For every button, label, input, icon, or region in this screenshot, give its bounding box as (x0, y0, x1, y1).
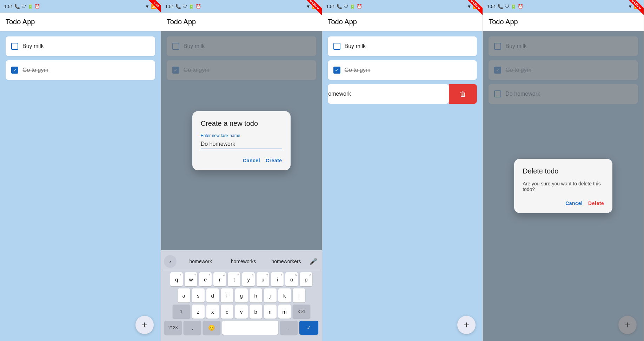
key-emoji[interactable]: 😊 (203, 321, 220, 335)
swipe-delete-bg[interactable]: 🗑 (449, 84, 477, 104)
clock-icon-3: ⏰ (357, 4, 362, 9)
key-enter[interactable]: ✓ (299, 321, 318, 335)
delete-dialog: Delete todo Are you sure you want to del… (514, 159, 612, 213)
checkbox-go-to-gym-1[interactable] (11, 67, 18, 74)
key-z[interactable]: z (192, 305, 205, 319)
battery-icon-1: 🔋 (27, 4, 33, 9)
keyboard-area: › homework homeworks homeworkers 🎤 q1 w2… (161, 250, 322, 341)
app-bar-1: Todo App (0, 13, 161, 31)
shield-icon-2: 🛡 (182, 4, 187, 9)
status-bar-left-1: 1:51 📞 🛡 🔋 ⏰ (4, 4, 40, 9)
key-space[interactable] (222, 321, 278, 335)
app-title-3: Todo App (328, 18, 357, 26)
delete-dialog-confirm-btn[interactable]: Delete (588, 199, 604, 207)
keyboard-row-3: ⇧ z x c v b n m ⌫ (162, 305, 320, 319)
checkbox-buy-milk-1[interactable] (11, 43, 18, 50)
trash-icon: 🗑 (459, 90, 466, 98)
key-x[interactable]: x (206, 305, 219, 319)
phone-icon-1: 📞 (14, 4, 20, 9)
key-q[interactable]: q1 (170, 272, 183, 286)
key-d[interactable]: d (206, 288, 219, 302)
content-3: Buy milk Go to gym 🗑 Do homework + (322, 31, 483, 341)
shield-icon-1: 🛡 (21, 4, 26, 9)
phone-icon-2: 📞 (175, 4, 181, 9)
delete-dialog-overlay: Delete todo Are you sure you want to del… (483, 31, 644, 341)
key-m[interactable]: m (278, 305, 291, 319)
todo-text-buy-milk-3: Buy milk (345, 43, 366, 49)
fab-3[interactable]: + (457, 316, 476, 334)
clock-icon-4: ⏰ (518, 4, 523, 9)
todo-item-go-to-gym-3[interactable]: Go to gym (328, 60, 477, 80)
key-f[interactable]: f (221, 288, 233, 302)
app-bar-2: Todo App (161, 13, 322, 31)
create-dialog-title: Create a new todo (201, 120, 282, 128)
panel-1: 1:51 1:51 📞 🛡 🔋 ⏰ ▼ 📶 Todo App Buy milk … (0, 0, 161, 341)
key-e[interactable]: e3 (199, 272, 212, 286)
key-h[interactable]: h (250, 288, 262, 302)
panel-2: DEBUG 1:51 📞 🛡 🔋 ⏰ ▼ 📶 Todo App Buy milk… (161, 0, 322, 341)
content-1: Buy milk Go to gym + (0, 31, 161, 341)
mic-icon[interactable]: 🎤 (308, 258, 319, 265)
status-bar-2: 1:51 📞 🛡 🔋 ⏰ ▼ 📶 (161, 0, 322, 13)
clock-icon-2: ⏰ (195, 4, 201, 9)
panel-3: DEBUG 1:51 📞 🛡 🔋 ⏰ ▼ 📶 Todo App Buy milk… (322, 0, 483, 341)
checkbox-buy-milk-3[interactable] (333, 43, 340, 50)
key-o[interactable]: o9 (285, 272, 298, 286)
key-comma[interactable]: , (184, 321, 201, 335)
swipe-container: 🗑 Do homework (328, 84, 477, 104)
suggestion-3[interactable]: homeworkers (265, 257, 308, 266)
todo-item-do-homework-3[interactable]: Do homework (328, 84, 449, 104)
key-b[interactable]: b (250, 305, 262, 319)
time-4: 1:51 (487, 4, 496, 9)
key-l[interactable]: l (293, 288, 305, 302)
todo-item-buy-milk-3[interactable]: Buy milk (328, 36, 477, 56)
create-dialog-confirm-btn[interactable]: Create (266, 156, 282, 165)
fab-1[interactable]: + (135, 316, 154, 334)
key-w[interactable]: w2 (185, 272, 197, 286)
keyboard-row-1: q1 w2 e3 r4 t5 y6 u7 i8 o9 p0 (162, 272, 320, 286)
delete-dialog-cancel-btn[interactable]: Cancel (565, 199, 583, 207)
key-v[interactable]: v (235, 305, 248, 319)
status-bar-1: 1:51 📞 🛡 🔋 ⏰ ▼ 📶 (0, 0, 161, 13)
key-r[interactable]: r4 (213, 272, 226, 286)
key-p[interactable]: p0 (300, 272, 312, 286)
key-n[interactable]: n (264, 305, 277, 319)
checkbox-go-to-gym-3[interactable] (333, 67, 340, 74)
key-period[interactable]: . (280, 321, 298, 335)
create-dialog-overlay: Create a new todo Enter new task name Ca… (161, 31, 322, 250)
key-k[interactable]: k (278, 288, 291, 302)
suggestion-chevron-icon[interactable]: › (164, 255, 177, 268)
key-t[interactable]: t5 (228, 272, 240, 286)
create-dialog-cancel-btn[interactable]: Cancel (243, 156, 260, 165)
key-g[interactable]: g (235, 288, 248, 302)
time-3: 1:51 (326, 4, 335, 9)
create-dialog-input-label: Enter new task name (201, 133, 282, 138)
app-bar-4: Todo App (483, 13, 644, 31)
todo-text-do-homework-3: Do homework (328, 91, 351, 97)
delete-dialog-title: Delete todo (523, 167, 604, 175)
key-j[interactable]: j (264, 288, 277, 302)
key-i[interactable]: i8 (271, 272, 284, 286)
keyboard-row-4: ?123 , 😊 . ✓ (162, 321, 320, 335)
key-c[interactable]: c (221, 305, 233, 319)
panel-4: DEBUG 1:51 📞 🛡 🔋 ⏰ ▼ 📶 Todo App Buy milk… (483, 0, 644, 341)
key-s[interactable]: s (192, 288, 205, 302)
app-title-1: Todo App (6, 18, 35, 26)
suggestion-2[interactable]: homeworks (222, 257, 265, 266)
app-title-2: Todo App (167, 18, 196, 26)
create-dialog: Create a new todo Enter new task name Ca… (192, 111, 291, 170)
key-numbers[interactable]: ?123 (164, 321, 182, 335)
todo-item-go-to-gym-1[interactable]: Go to gym (6, 60, 155, 80)
key-backspace[interactable]: ⌫ (293, 305, 310, 319)
shield-icon-3: 🛡 (344, 4, 348, 9)
key-u[interactable]: u7 (257, 272, 269, 286)
create-dialog-actions: Cancel Create (201, 156, 282, 165)
key-shift[interactable]: ⇧ (173, 305, 190, 319)
delete-dialog-actions: Cancel Delete (523, 199, 604, 207)
key-a[interactable]: a (178, 288, 190, 302)
key-y[interactable]: y6 (242, 272, 255, 286)
todo-item-buy-milk-1[interactable]: Buy milk (6, 36, 155, 56)
phone-icon-3: 📞 (337, 4, 342, 9)
create-dialog-input[interactable] (201, 139, 282, 149)
suggestion-1[interactable]: homework (179, 257, 222, 266)
